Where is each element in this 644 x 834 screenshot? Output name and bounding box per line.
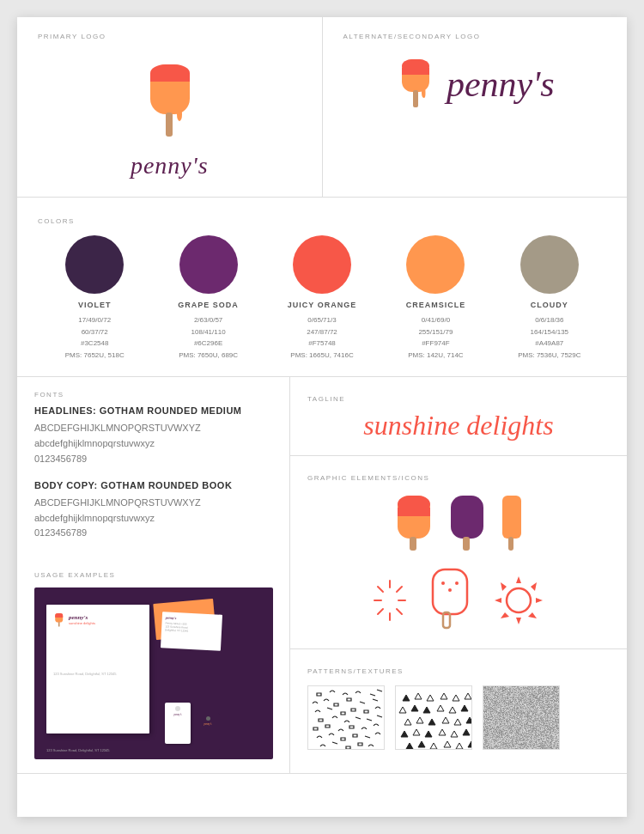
color-circle-1 (179, 235, 238, 294)
color-name-4: CLOUDY (531, 301, 568, 309)
headline-font-upper: ABCDEFGHIJKLMNOPQRSTUVWXYZ (34, 421, 272, 436)
color-item-juicy-orange: JUICY ORANGE 0/65/71/3247/87/72#F75748PM… (265, 235, 379, 361)
colors-row: VIOLET 17/49/0/7260/37/72#3C2548PMS: 765… (38, 235, 606, 361)
svg-marker-40 (531, 582, 537, 591)
color-values-3: 0/41/69/0255/151/79#FF974FPMS: 142U, 714… (408, 314, 463, 361)
right-column: TAGLINE sunshine delights GRAPHIC ELEMEN… (290, 377, 627, 773)
graphic-icons-row-1 (307, 492, 610, 554)
body-font-block: BODY COPY: GOTHAM ROUNDED BOOK ABCDEFGHI… (34, 480, 272, 541)
primary-logo-label: PRIMARY LOGO (38, 33, 106, 40)
svg-rect-11 (55, 616, 63, 618)
svg-marker-38 (536, 598, 543, 603)
color-circle-3 (406, 235, 465, 294)
alternate-logo-label: ALTERNATE/SECONDARY LOGO (343, 33, 481, 40)
headline-font-numbers: 0123456789 (34, 452, 272, 467)
bottom-row: FONTS HEADLINES: GOTHAM ROUNDED MEDIUM A… (17, 377, 627, 774)
color-circle-0 (65, 235, 124, 294)
colors-section: COLORS VIOLET 17/49/0/7260/37/72#3C2548P… (17, 198, 627, 377)
svg-rect-4 (166, 113, 173, 137)
usage-popsicle-icon (53, 612, 65, 629)
graphic-sun-icon (493, 575, 544, 626)
pattern-box-3 (483, 685, 560, 750)
svg-rect-15 (398, 508, 430, 516)
tagline-text: sunshine delights (307, 410, 610, 441)
graphic-elements-label: GRAPHIC ELEMENTS/ICONS (307, 474, 429, 482)
primary-logo-section: PRIMARY LOGO penny's (17, 17, 323, 197)
usage-box: penny's sunshine delights 123 Sunshine R… (34, 587, 273, 759)
graphic-icons-row-2 (307, 566, 610, 635)
color-circle-4 (520, 235, 579, 294)
primary-brand-name: penny's (131, 152, 209, 180)
body-font-upper: ABCDEFGHIJKLMNOPQRSTUVWXYZ (34, 496, 272, 511)
svg-rect-7 (402, 68, 429, 75)
svg-point-34 (507, 588, 531, 612)
body-font-title: BODY COPY: GOTHAM ROUNDED BOOK (34, 480, 272, 490)
color-name-2: JUICY ORANGE (288, 301, 356, 309)
color-values-0: 17/49/0/7260/37/72#3C2548PMS: 7652U, 518… (65, 314, 125, 361)
pattern-box-2 (395, 685, 472, 750)
svg-point-33 (455, 581, 459, 585)
primary-logo-area: penny's (131, 54, 209, 180)
color-item-grape-soda: GRAPE SODA 2/63/0/57108/41/110#6C296EPMS… (151, 235, 264, 361)
graphic-popsicle-bar-icon (499, 492, 525, 554)
svg-rect-8 (413, 90, 418, 107)
tagline-section: TAGLINE sunshine delights (290, 377, 627, 456)
svg-point-32 (448, 588, 452, 592)
top-row: PRIMARY LOGO penny's (17, 17, 627, 198)
color-values-4: 0/6/18/36164/154/135#A49A87PMS: 7536U, 7… (518, 314, 580, 361)
fonts-label: FONTS (34, 391, 272, 399)
color-item-cloudy: CLOUDY 0/6/18/36164/154/135#A49A87PMS: 7… (493, 235, 606, 361)
svg-marker-36 (516, 618, 521, 624)
fonts-column: FONTS HEADLINES: GOTHAM ROUNDED MEDIUM A… (17, 377, 290, 773)
svg-rect-20 (508, 537, 513, 551)
svg-marker-39 (501, 582, 507, 591)
svg-line-25 (378, 587, 383, 592)
svg-point-31 (441, 581, 445, 585)
color-name-3: CREAMSICLE (406, 301, 466, 309)
patterns-section: PATTERNS/TEXTURES (290, 649, 627, 764)
svg-marker-35 (516, 576, 521, 583)
svg-marker-37 (495, 598, 501, 603)
tagline-label: TAGLINE (307, 395, 345, 403)
primary-popsicle-icon (135, 54, 204, 149)
svg-marker-42 (528, 612, 537, 618)
headline-font-block: HEADLINES: GOTHAM ROUNDED MEDIUM ABCDEFG… (34, 405, 272, 466)
pattern-box-1 (307, 685, 385, 750)
svg-rect-3 (150, 73, 190, 82)
patterns-row (307, 685, 610, 750)
graphic-popsicle-purple-icon (446, 492, 490, 554)
svg-rect-18 (463, 537, 470, 551)
alternate-brand-name: penny's (447, 64, 555, 105)
alternate-logo-section: ALTERNATE/SECONDARY LOGO penny's (323, 17, 628, 197)
patterns-label: PATTERNS/TEXTURES (307, 667, 404, 675)
color-values-1: 2/63/0/57108/41/110#6C296EPMS: 7650U, 68… (179, 314, 238, 361)
alternate-logo-area: penny's (395, 54, 555, 114)
graphic-sparkle-icon (373, 579, 407, 622)
headline-font-title: HEADLINES: GOTHAM ROUNDED MEDIUM (34, 405, 272, 416)
headline-font-lower: abcdefghijklmnopqrstuvwxyz (34, 436, 272, 452)
svg-rect-16 (410, 537, 416, 551)
color-item-creamsicle: CREAMSICLE 0/41/69/0255/151/79#FF974FPMS… (379, 235, 492, 361)
color-values-2: 0/65/71/3247/87/72#F75748PMS: 1665U, 741… (290, 314, 353, 361)
svg-rect-19 (502, 496, 521, 539)
colors-label: COLORS (38, 217, 75, 225)
color-name-0: VIOLET (78, 301, 112, 309)
body-font-lower: abcdefghijklmnopqrstuvwxyz (34, 511, 272, 527)
svg-marker-41 (501, 612, 509, 618)
color-item-violet: VIOLET 17/49/0/7260/37/72#3C2548PMS: 765… (38, 235, 151, 361)
color-circle-2 (293, 235, 351, 294)
brand-guide-page: PRIMARY LOGO penny's (17, 17, 627, 817)
svg-line-27 (397, 587, 402, 592)
svg-rect-12 (58, 622, 60, 627)
svg-line-28 (378, 609, 383, 614)
usage-label: USAGE EXAMPLES (34, 571, 115, 579)
graphic-popsicle-orange-icon (392, 492, 437, 554)
usage-section: USAGE EXAMPLES penny's (34, 565, 272, 759)
svg-rect-17 (451, 496, 483, 539)
svg-line-26 (397, 609, 402, 614)
color-name-1: GRAPE SODA (178, 301, 239, 309)
graphic-section: GRAPHIC ELEMENTS/ICONS (290, 456, 627, 649)
body-font-numbers: 0123456789 (34, 526, 272, 541)
graphic-popsicle-outline-icon (424, 566, 476, 635)
alternate-popsicle-icon (395, 54, 438, 114)
